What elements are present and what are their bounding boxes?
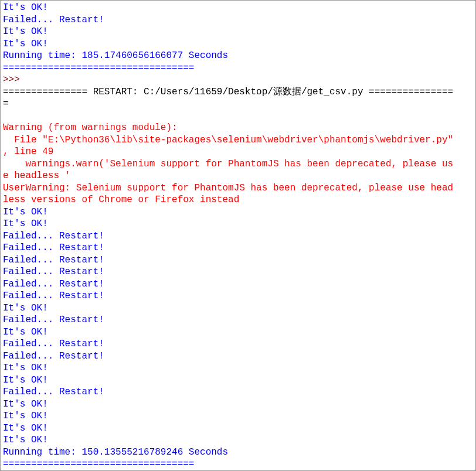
- console-line: >>>: [3, 74, 25, 85]
- console-output: It's OK! Failed... Restart! It's OK! It'…: [3, 2, 453, 471]
- console-line: It's OK!: [3, 303, 48, 313]
- console-line: ==================================: [3, 63, 194, 73]
- console-line: It's OK!: [3, 2, 48, 13]
- console-line: Failed... Restart!: [3, 255, 104, 265]
- console-line: It's OK!: [3, 26, 48, 37]
- console-line: It's OK!: [3, 423, 48, 434]
- console-line: =============== RESTART: C:/Users/11659/…: [3, 87, 453, 97]
- console-line: Failed... Restart!: [3, 231, 104, 241]
- console-line: =: [3, 98, 9, 109]
- console-line: Running time: 185.17460656166077 Seconds: [3, 50, 228, 61]
- console-line: It's OK!: [3, 207, 48, 217]
- console-line: It's OK!: [3, 375, 48, 385]
- console-line: It's OK!: [3, 399, 48, 409]
- console-line: It's OK!: [3, 363, 48, 373]
- console-line: It's OK!: [3, 435, 48, 445]
- console-line: Failed... Restart!: [3, 339, 104, 349]
- console-line: It's OK!: [3, 411, 48, 421]
- console-line: UserWarning: Selenium support for Phanto…: [3, 183, 453, 193]
- console-line: Running time: 150.13555216789246 Seconds: [3, 447, 228, 458]
- console-line: Failed... Restart!: [3, 267, 104, 277]
- console-line: It's OK!: [3, 327, 48, 337]
- idle-console[interactable]: It's OK! Failed... Restart! It's OK! It'…: [0, 0, 476, 471]
- console-line: Failed... Restart!: [3, 351, 104, 361]
- console-line: Failed... Restart!: [3, 315, 104, 325]
- console-line: , line 49: [3, 146, 53, 157]
- console-line: It's OK!: [3, 219, 48, 229]
- console-line: warnings.warn('Selenium support for Phan…: [3, 159, 453, 169]
- console-line: Warning (from warnings module):: [3, 122, 178, 133]
- console-line: It's OK!: [3, 39, 48, 49]
- console-line: Failed... Restart!: [3, 291, 104, 301]
- console-line: Failed... Restart!: [3, 387, 104, 397]
- console-line: Failed... Restart!: [3, 15, 104, 25]
- console-line: e headless ': [3, 170, 70, 181]
- console-line: Failed... Restart!: [3, 243, 104, 253]
- console-line: less versions of Chrome or Firefox inste…: [3, 194, 239, 205]
- console-line: Failed... Restart!: [3, 279, 104, 289]
- console-line: ==================================: [3, 459, 194, 469]
- console-line: File "E:\Python36\lib\site-packages\sele…: [3, 135, 453, 145]
